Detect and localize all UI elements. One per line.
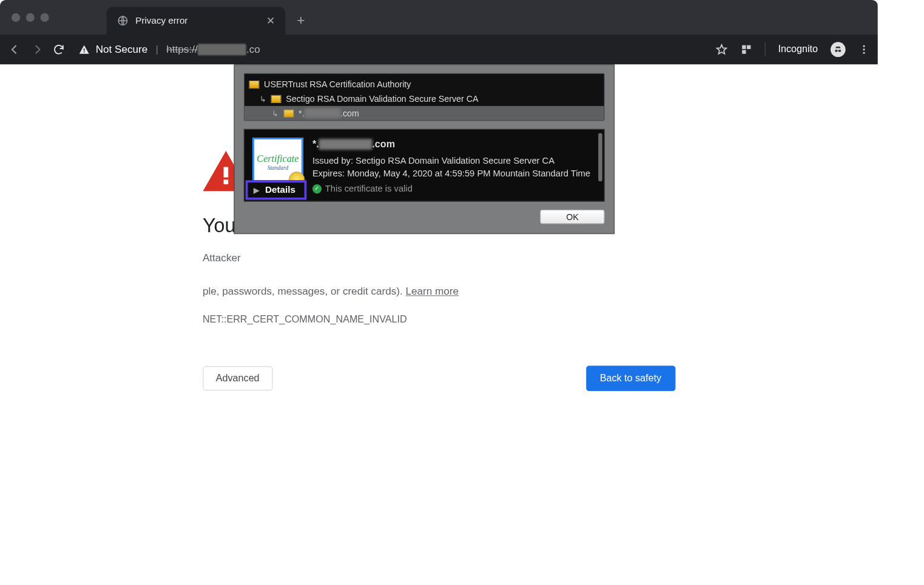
tree-arrow-icon: ↳: [260, 94, 266, 103]
traffic-zoom-icon[interactable]: [41, 13, 49, 21]
svg-point-8: [863, 52, 865, 54]
learn-more-link[interactable]: Learn more: [405, 286, 458, 297]
warning-triangle-icon: [78, 44, 90, 55]
back-icon[interactable]: [8, 42, 22, 56]
forward-icon[interactable]: [30, 42, 44, 56]
certificate-image-icon: Certificate Standard: [252, 138, 303, 186]
cert-expires: Expires: Monday, May 4, 2020 at 4:59:59 …: [312, 167, 590, 180]
omnibox-divider: |: [156, 44, 158, 56]
cert-domain: *.██████.com: [312, 138, 590, 152]
titlebar: Privacy error ✕ +: [0, 0, 878, 35]
svg-rect-3: [742, 50, 746, 53]
url-text: https://██████.co: [166, 44, 260, 56]
incognito-icon[interactable]: [831, 42, 846, 57]
cert-valid-status: ✓ This certificate is valid: [312, 182, 590, 195]
globe-icon: [117, 15, 129, 27]
page-body-text: Attacker: [203, 250, 675, 266]
cert-chain-row[interactable]: ↳ Sectigo RSA Domain Validation Secure S…: [244, 92, 604, 106]
extension-icon[interactable]: [741, 44, 752, 55]
svg-point-4: [835, 50, 837, 52]
svg-point-7: [863, 48, 865, 50]
svg-point-5: [838, 50, 841, 52]
browser-tab[interactable]: Privacy error ✕: [107, 7, 286, 35]
kebab-menu-icon[interactable]: [858, 44, 870, 55]
cert-chain-row-selected[interactable]: ↳ *.████.com: [244, 106, 604, 121]
toolbar-separator: [765, 42, 766, 56]
certificate-chain-list: USERTrust RSA Certification Authority ↳ …: [244, 73, 605, 121]
certificate-icon: [271, 95, 282, 102]
certificate-detail-panel: Certificate Standard *.██████.com Issued…: [244, 129, 605, 202]
checkmark-icon: ✓: [312, 184, 322, 193]
traffic-minimize-icon[interactable]: [26, 13, 35, 21]
traffic-close-icon[interactable]: [12, 13, 20, 21]
svg-rect-10: [223, 179, 228, 184]
new-tab-button[interactable]: +: [297, 12, 305, 28]
browser-toolbar: Not Secure | https://██████.co Incognito: [0, 35, 878, 64]
disclosure-triangle-icon: ▶: [254, 186, 260, 194]
svg-rect-9: [223, 167, 228, 178]
svg-rect-2: [747, 45, 750, 49]
not-secure-label: Not Secure: [96, 44, 148, 56]
back-to-safety-button[interactable]: Back to safety: [586, 366, 675, 391]
certificate-dialog: USERTrust RSA Certification Authority ↳ …: [234, 64, 615, 233]
scrollbar[interactable]: [598, 133, 602, 181]
ok-button[interactable]: OK: [540, 210, 604, 224]
window-traffic-lights: [12, 13, 49, 21]
tab-title: Privacy error: [135, 16, 259, 26]
svg-point-6: [863, 45, 865, 47]
advanced-button[interactable]: Advanced: [203, 366, 273, 390]
tab-close-icon[interactable]: ✕: [266, 15, 275, 27]
tree-arrow-icon: ↳: [272, 109, 278, 118]
certificate-icon: [283, 109, 294, 117]
bookmark-star-icon[interactable]: [715, 43, 728, 56]
reload-icon[interactable]: [52, 42, 66, 56]
incognito-label: Incognito: [778, 44, 818, 55]
cert-issued-by: Issued by: Sectigo RSA Domain Validation…: [312, 154, 590, 167]
cert-chain-row[interactable]: USERTrust RSA Certification Authority: [244, 77, 604, 92]
svg-rect-1: [742, 45, 746, 49]
page-body-text-2: ple, passwords, messages, or credit card…: [203, 284, 675, 299]
error-code: NET::ERR_CERT_COMMON_NAME_INVALID: [203, 314, 675, 326]
certificate-icon: [249, 81, 259, 89]
details-disclosure-button[interactable]: ▶ Details: [246, 180, 307, 199]
address-bar[interactable]: Not Secure | https://██████.co: [74, 39, 707, 60]
